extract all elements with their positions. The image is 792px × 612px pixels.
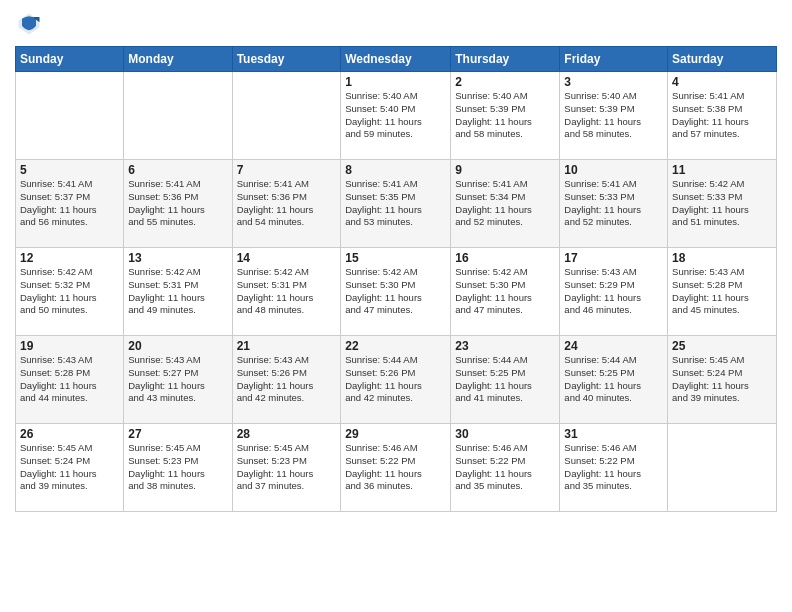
calendar-header-saturday: Saturday: [668, 47, 777, 72]
day-info: Sunrise: 5:41 AM Sunset: 5:33 PM Dayligh…: [564, 178, 663, 229]
day-number: 23: [455, 339, 555, 353]
day-info: Sunrise: 5:43 AM Sunset: 5:28 PM Dayligh…: [672, 266, 772, 317]
day-info: Sunrise: 5:42 AM Sunset: 5:31 PM Dayligh…: [128, 266, 227, 317]
calendar-cell: 7Sunrise: 5:41 AM Sunset: 5:36 PM Daylig…: [232, 160, 341, 248]
day-number: 20: [128, 339, 227, 353]
day-info: Sunrise: 5:45 AM Sunset: 5:23 PM Dayligh…: [128, 442, 227, 493]
day-number: 14: [237, 251, 337, 265]
calendar-cell: 29Sunrise: 5:46 AM Sunset: 5:22 PM Dayli…: [341, 424, 451, 512]
day-info: Sunrise: 5:42 AM Sunset: 5:33 PM Dayligh…: [672, 178, 772, 229]
day-number: 24: [564, 339, 663, 353]
day-number: 11: [672, 163, 772, 177]
calendar-header-wednesday: Wednesday: [341, 47, 451, 72]
calendar-cell: 27Sunrise: 5:45 AM Sunset: 5:23 PM Dayli…: [124, 424, 232, 512]
calendar-cell: 8Sunrise: 5:41 AM Sunset: 5:35 PM Daylig…: [341, 160, 451, 248]
calendar-header-sunday: Sunday: [16, 47, 124, 72]
calendar-cell: 6Sunrise: 5:41 AM Sunset: 5:36 PM Daylig…: [124, 160, 232, 248]
day-info: Sunrise: 5:42 AM Sunset: 5:30 PM Dayligh…: [455, 266, 555, 317]
day-info: Sunrise: 5:42 AM Sunset: 5:30 PM Dayligh…: [345, 266, 446, 317]
day-info: Sunrise: 5:44 AM Sunset: 5:26 PM Dayligh…: [345, 354, 446, 405]
day-info: Sunrise: 5:41 AM Sunset: 5:38 PM Dayligh…: [672, 90, 772, 141]
calendar-header-row: SundayMondayTuesdayWednesdayThursdayFrid…: [16, 47, 777, 72]
page: SundayMondayTuesdayWednesdayThursdayFrid…: [0, 0, 792, 612]
day-info: Sunrise: 5:43 AM Sunset: 5:27 PM Dayligh…: [128, 354, 227, 405]
calendar-cell: 16Sunrise: 5:42 AM Sunset: 5:30 PM Dayli…: [451, 248, 560, 336]
calendar-cell: 24Sunrise: 5:44 AM Sunset: 5:25 PM Dayli…: [560, 336, 668, 424]
calendar-cell: 12Sunrise: 5:42 AM Sunset: 5:32 PM Dayli…: [16, 248, 124, 336]
day-info: Sunrise: 5:45 AM Sunset: 5:24 PM Dayligh…: [20, 442, 119, 493]
calendar-cell: 15Sunrise: 5:42 AM Sunset: 5:30 PM Dayli…: [341, 248, 451, 336]
logo-icon: [15, 10, 43, 38]
day-number: 6: [128, 163, 227, 177]
calendar-cell: 31Sunrise: 5:46 AM Sunset: 5:22 PM Dayli…: [560, 424, 668, 512]
day-info: Sunrise: 5:40 AM Sunset: 5:39 PM Dayligh…: [455, 90, 555, 141]
day-info: Sunrise: 5:41 AM Sunset: 5:37 PM Dayligh…: [20, 178, 119, 229]
day-number: 29: [345, 427, 446, 441]
day-info: Sunrise: 5:44 AM Sunset: 5:25 PM Dayligh…: [564, 354, 663, 405]
header: [15, 10, 777, 38]
day-number: 16: [455, 251, 555, 265]
day-info: Sunrise: 5:46 AM Sunset: 5:22 PM Dayligh…: [455, 442, 555, 493]
calendar-week-3: 12Sunrise: 5:42 AM Sunset: 5:32 PM Dayli…: [16, 248, 777, 336]
day-number: 21: [237, 339, 337, 353]
calendar-cell: 17Sunrise: 5:43 AM Sunset: 5:29 PM Dayli…: [560, 248, 668, 336]
calendar-cell: 9Sunrise: 5:41 AM Sunset: 5:34 PM Daylig…: [451, 160, 560, 248]
calendar-header-monday: Monday: [124, 47, 232, 72]
day-info: Sunrise: 5:43 AM Sunset: 5:29 PM Dayligh…: [564, 266, 663, 317]
calendar-week-1: 1Sunrise: 5:40 AM Sunset: 5:40 PM Daylig…: [16, 72, 777, 160]
calendar-week-4: 19Sunrise: 5:43 AM Sunset: 5:28 PM Dayli…: [16, 336, 777, 424]
calendar-cell: 19Sunrise: 5:43 AM Sunset: 5:28 PM Dayli…: [16, 336, 124, 424]
day-number: 1: [345, 75, 446, 89]
calendar-cell: 23Sunrise: 5:44 AM Sunset: 5:25 PM Dayli…: [451, 336, 560, 424]
day-number: 15: [345, 251, 446, 265]
calendar-cell: 21Sunrise: 5:43 AM Sunset: 5:26 PM Dayli…: [232, 336, 341, 424]
day-info: Sunrise: 5:41 AM Sunset: 5:36 PM Dayligh…: [128, 178, 227, 229]
day-number: 7: [237, 163, 337, 177]
calendar-cell: 13Sunrise: 5:42 AM Sunset: 5:31 PM Dayli…: [124, 248, 232, 336]
calendar-cell: [124, 72, 232, 160]
day-info: Sunrise: 5:46 AM Sunset: 5:22 PM Dayligh…: [345, 442, 446, 493]
day-number: 4: [672, 75, 772, 89]
calendar-week-5: 26Sunrise: 5:45 AM Sunset: 5:24 PM Dayli…: [16, 424, 777, 512]
day-info: Sunrise: 5:45 AM Sunset: 5:23 PM Dayligh…: [237, 442, 337, 493]
calendar-cell: 3Sunrise: 5:40 AM Sunset: 5:39 PM Daylig…: [560, 72, 668, 160]
day-info: Sunrise: 5:43 AM Sunset: 5:26 PM Dayligh…: [237, 354, 337, 405]
day-number: 8: [345, 163, 446, 177]
day-info: Sunrise: 5:41 AM Sunset: 5:35 PM Dayligh…: [345, 178, 446, 229]
calendar-header-friday: Friday: [560, 47, 668, 72]
day-number: 10: [564, 163, 663, 177]
calendar-header-thursday: Thursday: [451, 47, 560, 72]
calendar-cell: 4Sunrise: 5:41 AM Sunset: 5:38 PM Daylig…: [668, 72, 777, 160]
day-number: 19: [20, 339, 119, 353]
calendar-cell: [232, 72, 341, 160]
calendar-cell: 30Sunrise: 5:46 AM Sunset: 5:22 PM Dayli…: [451, 424, 560, 512]
day-number: 22: [345, 339, 446, 353]
day-number: 9: [455, 163, 555, 177]
day-number: 17: [564, 251, 663, 265]
calendar-cell: 25Sunrise: 5:45 AM Sunset: 5:24 PM Dayli…: [668, 336, 777, 424]
day-info: Sunrise: 5:43 AM Sunset: 5:28 PM Dayligh…: [20, 354, 119, 405]
day-number: 2: [455, 75, 555, 89]
day-number: 3: [564, 75, 663, 89]
calendar-cell: 22Sunrise: 5:44 AM Sunset: 5:26 PM Dayli…: [341, 336, 451, 424]
calendar-cell: 11Sunrise: 5:42 AM Sunset: 5:33 PM Dayli…: [668, 160, 777, 248]
day-info: Sunrise: 5:41 AM Sunset: 5:34 PM Dayligh…: [455, 178, 555, 229]
day-info: Sunrise: 5:45 AM Sunset: 5:24 PM Dayligh…: [672, 354, 772, 405]
calendar-cell: 18Sunrise: 5:43 AM Sunset: 5:28 PM Dayli…: [668, 248, 777, 336]
logo: [15, 10, 47, 38]
calendar-cell: [668, 424, 777, 512]
day-info: Sunrise: 5:40 AM Sunset: 5:40 PM Dayligh…: [345, 90, 446, 141]
day-number: 13: [128, 251, 227, 265]
day-info: Sunrise: 5:42 AM Sunset: 5:31 PM Dayligh…: [237, 266, 337, 317]
day-info: Sunrise: 5:44 AM Sunset: 5:25 PM Dayligh…: [455, 354, 555, 405]
calendar-cell: [16, 72, 124, 160]
day-number: 18: [672, 251, 772, 265]
day-info: Sunrise: 5:40 AM Sunset: 5:39 PM Dayligh…: [564, 90, 663, 141]
day-info: Sunrise: 5:46 AM Sunset: 5:22 PM Dayligh…: [564, 442, 663, 493]
calendar-cell: 5Sunrise: 5:41 AM Sunset: 5:37 PM Daylig…: [16, 160, 124, 248]
calendar-cell: 2Sunrise: 5:40 AM Sunset: 5:39 PM Daylig…: [451, 72, 560, 160]
calendar-header-tuesday: Tuesday: [232, 47, 341, 72]
calendar-cell: 10Sunrise: 5:41 AM Sunset: 5:33 PM Dayli…: [560, 160, 668, 248]
day-number: 25: [672, 339, 772, 353]
calendar-cell: 26Sunrise: 5:45 AM Sunset: 5:24 PM Dayli…: [16, 424, 124, 512]
